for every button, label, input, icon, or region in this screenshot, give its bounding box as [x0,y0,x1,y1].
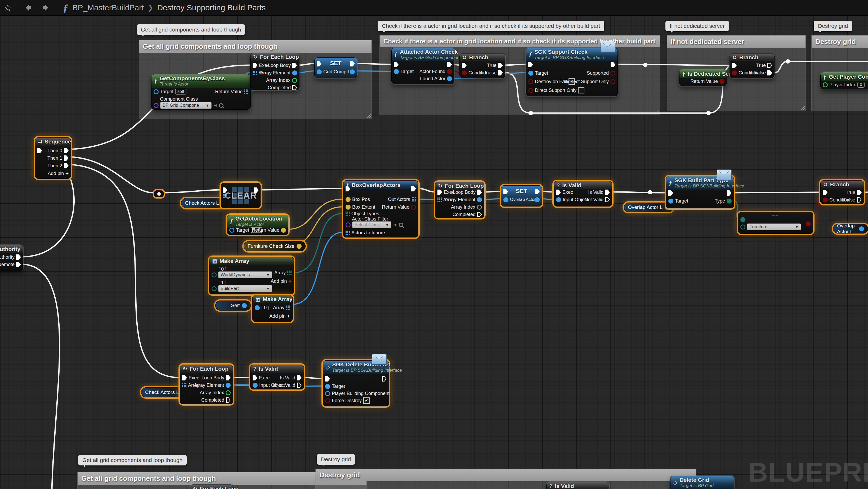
player-index-value[interactable]: 0 [858,82,865,88]
array-in-pin[interactable] [182,383,186,387]
breadcrumb-graph[interactable]: Destroy Supporting Build Parts [157,3,266,12]
exec-out-pin[interactable] [447,62,452,67]
indirect-support-only-pin[interactable] [610,79,615,84]
exec-in-pin[interactable] [462,63,467,68]
back-arrow-icon[interactable] [23,4,32,11]
node-equal-enum[interactable]: == Furniture▼ [738,212,813,234]
node-for-each-loop-2[interactable]: ↻ For Each Loop Exec Loop Body Array Arr… [435,182,484,218]
player-building-component-pin[interactable] [325,391,330,396]
exec-out-pin[interactable] [350,61,355,66]
target-pin[interactable] [154,89,159,94]
array-index-pin[interactable] [477,205,482,210]
exec-in-pin[interactable] [528,62,533,67]
node-for-each-loop-1[interactable]: ↻ For Each Loop Exec Loop Body Array Arr… [250,53,300,90]
node-for-each-loop-partial[interactable]: ↻ For Each Loop [190,485,234,489]
value-in-pin[interactable] [317,69,322,74]
node-get-actor-location[interactable]: ƒ GetActorLocation Target is Actor Targe… [227,215,288,235]
exec-out-pin[interactable] [535,189,540,194]
array-index-pin[interactable] [226,390,230,395]
array-index-pin[interactable] [292,78,297,83]
box-pos-pin[interactable] [346,197,350,202]
false-pin[interactable] [767,70,772,75]
enum-pin[interactable] [212,286,217,291]
supported-pin[interactable] [610,71,615,76]
exec-out-pin[interactable] [382,376,386,381]
true-pin[interactable] [498,63,503,68]
exec-in-pin[interactable] [253,375,257,380]
node-clear-array[interactable]: CLEAR [221,183,260,208]
target-pin[interactable] [528,71,533,76]
return-value-pin[interactable] [411,205,416,210]
enum-dropdown[interactable]: BuildPart▼ [218,285,272,292]
var-overlap-actor-l[interactable]: Overlap Actor L [833,224,868,234]
array-in-pin[interactable] [223,194,227,198]
exec-in-pin[interactable] [556,189,561,195]
node-switch-has-authority[interactable]: uthority Authority Remote [0,245,23,271]
array-in-pin[interactable] [437,197,442,202]
exec-out-pin[interactable] [64,148,69,153]
exec-out-pin[interactable] [64,155,69,161]
false-pin[interactable] [498,70,503,75]
node-set-overlap-actor[interactable]: SET Overlap Actor L [501,185,542,207]
force-destroy-pin[interactable] [325,398,330,403]
exec-out-pin[interactable] [16,262,21,267]
exec-in-pin[interactable] [325,376,330,381]
array-out-pin[interactable] [287,271,291,275]
return-value-pin[interactable] [719,79,724,84]
node-delete-grid-partial[interactable]: ◇ Delete Grid Target is BP Grid [670,476,734,489]
target-pin[interactable] [229,228,234,233]
return-value-pin[interactable] [281,228,286,233]
exec-in-pin[interactable] [503,189,508,194]
condition-pin[interactable] [732,70,737,75]
enum-a-pin[interactable] [740,217,745,222]
node-is-valid-partial[interactable]: ? Is Valid [546,482,609,489]
value-in-pin[interactable] [503,197,508,202]
array-element-pin[interactable] [292,70,297,75]
exec-in-pin[interactable] [37,148,42,153]
enum-pin[interactable] [212,272,217,277]
is-valid-pin[interactable] [605,189,610,195]
array-in-pin[interactable] [253,71,257,75]
use-selected-icon[interactable]: ◄ [393,222,397,227]
node-get-components-by-class[interactable]: ƒ GetComponentsByClass Target is Actor T… [151,74,251,110]
node-sgk-build-part-type[interactable]: ƒ SGK Build Part Type Target is BP SGKBu… [666,176,734,208]
actors-to-ignore-pin[interactable] [346,231,350,235]
exec-in-pin[interactable] [823,190,828,195]
vector-out-pin[interactable] [297,244,302,249]
is-valid-pin[interactable] [297,375,302,380]
completed-pin[interactable] [226,397,230,403]
object-types-pin[interactable] [346,212,350,216]
exec-in-pin[interactable] [223,187,227,193]
array-element-pin[interactable] [226,383,230,388]
actor-found-pin[interactable] [447,69,452,74]
node-is-valid-2[interactable]: ? Is Valid Exec Is Valid Input Object Is… [250,365,304,390]
exec-out-pin[interactable] [477,189,482,195]
condition-pin[interactable] [823,197,828,203]
node-make-array-object-types[interactable]: ▦ Make Array [ 0 ] WorldDynamic▼ [ 1 ] B… [209,257,294,295]
exec-out-pin[interactable] [254,187,259,193]
enum-dropdown[interactable]: Furniture▼ [747,223,801,230]
exec-in-pin[interactable] [732,63,737,68]
value-out-pin[interactable] [350,69,355,74]
element-pin[interactable] [255,305,260,310]
node-attached-actor-check[interactable]: ƒ Attached Actor Check Target is BP Grid… [391,48,455,84]
completed-pin[interactable] [292,85,297,90]
enum-dropdown[interactable]: WorldDynamic▼ [218,271,272,278]
input-object-pin[interactable] [253,383,258,388]
exec-out-pin[interactable] [727,190,732,196]
exec-in-pin[interactable] [394,62,399,67]
array-out-pin[interactable] [244,90,248,94]
exec-out-pin[interactable] [411,186,416,191]
select-class-dropdown[interactable]: Select Class▼ [352,221,391,228]
exec-in-pin[interactable] [437,189,442,195]
use-selected-icon[interactable]: ◄ [213,103,217,108]
out-actors-pin[interactable] [412,197,416,202]
true-pin[interactable] [857,190,862,195]
exec-in-pin[interactable] [668,190,673,196]
node-sequence[interactable]: ⇉ Sequence Then 0 Then 1 Then 2 +Add pin [35,137,71,179]
class-dropdown[interactable]: BP Grid Compone▼ [160,102,212,109]
add-pin-button[interactable]: +Add pin [271,278,291,285]
target-pin[interactable] [394,69,399,74]
exec-out-pin[interactable] [64,163,69,169]
direct-support-only-pin[interactable] [528,88,533,93]
